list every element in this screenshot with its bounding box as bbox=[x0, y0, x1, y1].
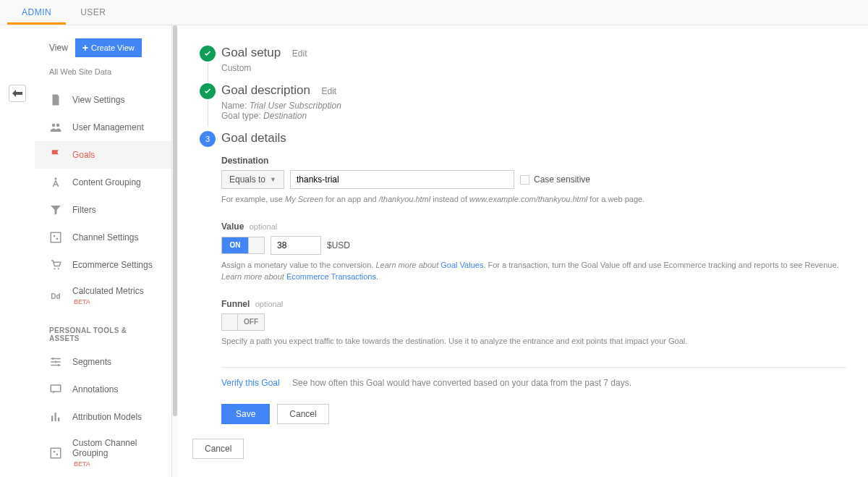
sidebar-item-label: User Management bbox=[72, 122, 144, 132]
svg-rect-7 bbox=[51, 416, 53, 422]
channel-icon bbox=[49, 231, 62, 244]
svg-point-0 bbox=[52, 124, 56, 127]
file-icon bbox=[49, 93, 62, 106]
currency-label: $USD bbox=[327, 240, 350, 250]
destination-match-dropdown[interactable]: Equals to ▼ bbox=[221, 170, 284, 189]
step1-badge bbox=[200, 46, 216, 62]
caret-down-icon: ▼ bbox=[270, 176, 276, 183]
sidebar: View + Create View All Web Site Data Vie… bbox=[35, 25, 172, 477]
dd-icon: Dd bbox=[49, 290, 62, 303]
svg-rect-6 bbox=[51, 385, 61, 392]
view-name[interactable]: All Web Site Data bbox=[35, 64, 171, 86]
value-toggle[interactable]: ON bbox=[221, 237, 265, 254]
svg-point-2 bbox=[55, 177, 57, 180]
main-content: Goal setup Edit Custom Goal description … bbox=[178, 25, 868, 477]
create-view-button[interactable]: + Create View bbox=[75, 38, 142, 57]
tab-user[interactable]: USER bbox=[66, 0, 120, 25]
grouping-icon bbox=[49, 176, 62, 189]
svg-rect-8 bbox=[55, 413, 56, 421]
step2-title: Goal description bbox=[221, 83, 310, 98]
back-arrow-icon bbox=[12, 90, 22, 97]
verify-goal-link[interactable]: Verify this Goal bbox=[221, 378, 280, 388]
destination-label: Destination bbox=[221, 156, 846, 166]
case-sensitive-checkbox[interactable]: Case sensitive bbox=[520, 174, 590, 185]
sidebar-item-label: View Settings bbox=[72, 95, 125, 105]
value-amount-input[interactable] bbox=[271, 236, 321, 255]
step2-badge bbox=[200, 83, 216, 99]
scrollbar[interactable] bbox=[172, 25, 178, 477]
verify-help-text: See how often this Goal would have conve… bbox=[292, 378, 631, 388]
sidebar-item-filters[interactable]: Filters bbox=[35, 196, 171, 224]
sidebar-item-custom-channel-grouping[interactable]: Custom Channel Grouping BETA bbox=[35, 431, 171, 476]
sidebar-item-label: Calculated Metrics bbox=[72, 286, 144, 296]
segments-icon bbox=[49, 355, 62, 368]
sidebar-item-view-settings[interactable]: View Settings bbox=[35, 86, 171, 114]
users-icon bbox=[49, 121, 62, 134]
personal-tools-header: PERSONAL TOOLS & ASSETS bbox=[35, 313, 171, 348]
step1-edit-link[interactable]: Edit bbox=[292, 48, 307, 59]
cancel-button[interactable]: Cancel bbox=[277, 404, 328, 424]
optional-label: optional bbox=[255, 300, 284, 308]
sidebar-item-goals[interactable]: Goals bbox=[35, 141, 171, 169]
value-help-text: Assign a monetary value to the conversio… bbox=[221, 259, 846, 283]
goal-values-link[interactable]: Goal Values bbox=[441, 261, 483, 269]
outer-cancel-button[interactable]: Cancel bbox=[192, 439, 244, 459]
scrollbar-thumb[interactable] bbox=[173, 25, 177, 416]
beta-badge: BETA bbox=[74, 460, 90, 468]
sidebar-item-label: Custom Channel Grouping bbox=[72, 438, 137, 458]
case-sensitive-label: Case sensitive bbox=[534, 174, 590, 185]
step2-type-label: Goal type: bbox=[221, 111, 261, 121]
tab-admin[interactable]: ADMIN bbox=[7, 0, 66, 25]
step1-subtitle: Custom bbox=[221, 63, 846, 73]
save-button[interactable]: Save bbox=[221, 404, 270, 424]
svg-rect-10 bbox=[51, 448, 61, 458]
step2-edit-link[interactable]: Edit bbox=[321, 86, 336, 96]
sidebar-item-attribution-models[interactable]: Attribution Models bbox=[35, 403, 171, 431]
sidebar-item-segments[interactable]: Segments bbox=[35, 348, 171, 376]
funnel-help-text: Specify a path you expect traffic to tak… bbox=[221, 335, 846, 347]
checkbox-icon bbox=[520, 175, 529, 185]
step2-name-label: Name: bbox=[221, 101, 247, 111]
flag-icon bbox=[49, 148, 62, 161]
sidebar-item-label: Channel Settings bbox=[72, 232, 138, 242]
destination-input[interactable] bbox=[290, 170, 514, 189]
funnel-icon bbox=[49, 203, 62, 216]
top-tabs: ADMIN USER bbox=[0, 0, 868, 25]
back-button[interactable] bbox=[9, 85, 26, 102]
step3-title: Goal details bbox=[221, 131, 286, 145]
sidebar-item-label: Filters bbox=[72, 205, 96, 215]
divider bbox=[221, 367, 846, 368]
sidebar-item-calculated-metrics[interactable]: Dd Calculated Metrics BETA bbox=[35, 279, 171, 313]
sidebar-item-label: Segments bbox=[72, 357, 111, 367]
beta-badge: BETA bbox=[74, 298, 90, 305]
check-icon bbox=[203, 49, 212, 58]
sidebar-item-label: Goals bbox=[72, 150, 95, 160]
view-label: View bbox=[49, 43, 68, 53]
step2-type-value: Destination bbox=[263, 111, 307, 121]
svg-point-5 bbox=[58, 268, 59, 269]
sidebar-item-annotations[interactable]: Annotations bbox=[35, 376, 171, 403]
plus-icon: + bbox=[82, 42, 88, 54]
annotation-icon bbox=[49, 383, 62, 396]
svg-rect-9 bbox=[58, 418, 59, 421]
funnel-label: Funnel bbox=[221, 299, 250, 309]
check-icon bbox=[203, 87, 212, 96]
create-view-label: Create View bbox=[91, 43, 135, 52]
toggle-off-label: OFF bbox=[238, 314, 264, 330]
sidebar-item-channel-settings[interactable]: Channel Settings bbox=[35, 224, 171, 251]
sidebar-item-content-grouping[interactable]: Content Grouping bbox=[35, 169, 171, 196]
step2-name-value: Trial User Subscribption bbox=[250, 101, 341, 111]
funnel-toggle[interactable]: OFF bbox=[221, 313, 265, 331]
sidebar-item-label: Content Grouping bbox=[72, 177, 141, 187]
step1-title: Goal setup bbox=[221, 46, 281, 60]
svg-point-4 bbox=[54, 268, 55, 269]
sidebar-item-label: Ecommerce Settings bbox=[72, 260, 153, 270]
sidebar-item-ecommerce-settings[interactable]: Ecommerce Settings bbox=[35, 251, 171, 279]
dropdown-value: Equals to bbox=[229, 174, 265, 185]
toggle-on-label: ON bbox=[222, 237, 248, 253]
ecommerce-transactions-link[interactable]: Ecommerce Transactions bbox=[286, 272, 376, 281]
optional-label: optional bbox=[250, 222, 278, 231]
sidebar-item-user-management[interactable]: User Management bbox=[35, 114, 171, 141]
toggle-handle bbox=[248, 237, 264, 253]
svg-point-1 bbox=[56, 124, 60, 127]
